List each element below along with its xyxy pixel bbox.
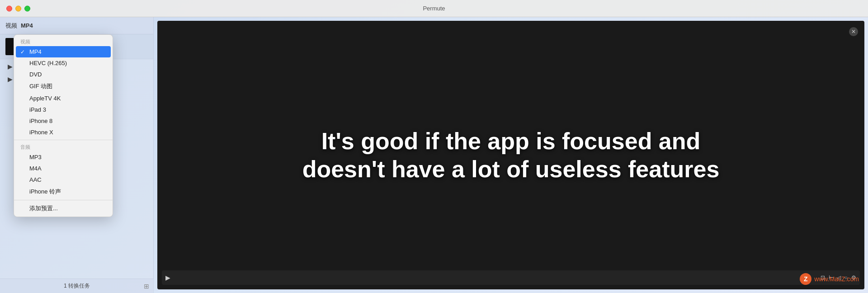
menu-item-dvd[interactable]: DVD <box>14 69 113 80</box>
left-panel: 视频 MP4 Mem... 1920×... ...bs • 00:56 • A… <box>0 17 154 293</box>
menu-item-iphone8-label: iPhone 8 <box>29 118 52 124</box>
menu-item-hevc[interactable]: HEVC (H.265) <box>14 57 113 69</box>
checkmark-icon: ✓ <box>20 49 27 55</box>
menu-item-add-preset[interactable]: 添加预置... <box>14 202 113 215</box>
menu-divider <box>14 140 113 140</box>
video-section-header: 视频 <box>14 37 113 46</box>
menu-item-m4a[interactable]: M4A <box>14 163 113 174</box>
menu-item-ringtone-label: iPhone 铃声 <box>29 188 61 196</box>
menu-item-iphonex-label: iPhone X <box>29 129 53 136</box>
video-text-line1: It's good if the app is focused and <box>302 127 720 155</box>
gallery-icon: ⊞ <box>144 283 149 290</box>
format-label: 视频 <box>5 22 17 30</box>
main-area: 视频 MP4 Mem... 1920×... ...bs • 00:56 • A… <box>0 17 868 293</box>
menu-item-mp4-label: MP4 <box>29 48 42 55</box>
minimize-button[interactable] <box>15 5 21 11</box>
menu-item-m4a-label: M4A <box>29 165 42 172</box>
menu-item-mp3[interactable]: MP3 <box>14 151 113 163</box>
dropdown-menu: 视频 ✓ MP4 HEVC (H.265) DVD GIF 动图 AppleTV… <box>14 34 113 217</box>
right-panel: ⚙ It's good if the app is focused and do… <box>154 17 868 293</box>
play-button[interactable]: ▶ <box>5 62 14 71</box>
format-selected-value[interactable]: MP4 <box>21 22 33 29</box>
watermark: Z www.MacZ.com <box>800 273 859 285</box>
menu-item-aac-label: AAC <box>29 176 42 183</box>
status-text: 1 转换任务 <box>64 282 90 290</box>
menu-item-iphonex[interactable]: iPhone X <box>14 127 113 138</box>
format-bar: 视频 MP4 <box>0 17 153 34</box>
menu-item-gif[interactable]: GIF 动图 <box>14 80 113 93</box>
video-play-button[interactable]: ▶ <box>165 274 170 281</box>
menu-item-hevc-label: HEVC (H.265) <box>29 60 67 66</box>
window-controls <box>6 5 30 11</box>
close-button[interactable] <box>6 5 12 11</box>
maximize-button[interactable] <box>24 5 30 11</box>
video-text-overlay: It's good if the app is focused and does… <box>293 118 729 193</box>
video-close-button[interactable]: ✕ <box>849 27 858 36</box>
menu-item-appletv[interactable]: AppleTV 4K <box>14 93 113 104</box>
video-text-line2: doesn't have a lot of useless features <box>302 155 720 183</box>
window-title: Permute <box>423 5 445 12</box>
menu-divider-2 <box>14 200 113 200</box>
menu-item-ipad3-label: iPad 3 <box>29 106 46 113</box>
menu-item-aac[interactable]: AAC <box>14 174 113 185</box>
menu-item-mp3-label: MP3 <box>29 154 42 161</box>
menu-item-ringtone[interactable]: iPhone 铃声 <box>14 185 113 198</box>
video-controls-bar: ▶ ⊡ ⊢ ◁ ○ ⚙ <box>162 270 860 285</box>
watermark-text: www.MacZ.com <box>814 275 859 283</box>
title-bar: Permute <box>0 0 868 17</box>
menu-item-dvd-label: DVD <box>29 71 42 78</box>
play-button-2[interactable]: ▶ <box>5 75 14 84</box>
status-bar: 1 转换任务 ⊞ <box>0 279 154 293</box>
video-area: It's good if the app is focused and does… <box>154 17 868 293</box>
add-preset-label: 添加预置... <box>29 204 58 213</box>
menu-item-mp4[interactable]: ✓ MP4 <box>16 46 111 57</box>
video-preview: It's good if the app is focused and does… <box>157 21 864 289</box>
menu-item-appletv-label: AppleTV 4K <box>29 95 61 102</box>
menu-item-ipad3[interactable]: iPad 3 <box>14 104 113 115</box>
watermark-logo: Z <box>800 273 811 285</box>
menu-item-iphone8[interactable]: iPhone 8 <box>14 115 113 127</box>
audio-section-header: 音频 <box>14 142 113 151</box>
menu-item-gif-label: GIF 动图 <box>29 82 52 90</box>
